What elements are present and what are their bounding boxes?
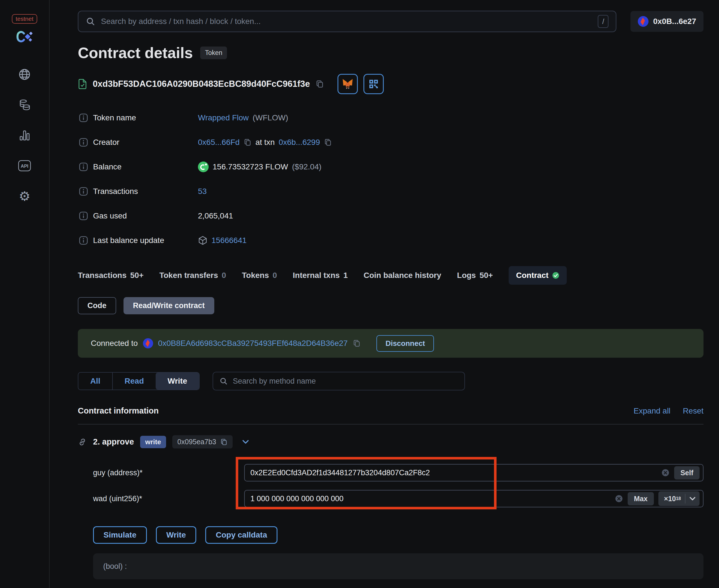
global-search[interactable]: / bbox=[78, 11, 616, 32]
tab-coin-balance-history[interactable]: Coin balance history bbox=[364, 271, 441, 280]
stats-chart-icon[interactable] bbox=[18, 128, 31, 142]
clear-wad-icon[interactable] bbox=[615, 495, 623, 503]
verified-check-icon bbox=[552, 272, 559, 279]
code-tab-button[interactable]: Code bbox=[78, 297, 116, 314]
tab-tokens[interactable]: Tokens0 bbox=[242, 271, 277, 280]
contract-information-title: Contract information bbox=[78, 406, 159, 416]
page-header: Contract details Token bbox=[78, 44, 703, 61]
address-tabs: Transactions50+ Token transfers0 Tokens0… bbox=[78, 266, 703, 285]
expand-all-link[interactable]: Expand all bbox=[634, 406, 671, 416]
info-row-transactions: Transactions 53 bbox=[79, 179, 703, 204]
app-root: testnet bbox=[0, 0, 719, 588]
account-avatar bbox=[638, 16, 649, 27]
contract-info-rows: Token name Wrapped Flow (WFLOW) Creator … bbox=[78, 105, 703, 253]
tokens-coins-icon[interactable] bbox=[18, 98, 31, 112]
info-label: Transactions bbox=[93, 187, 198, 196]
creator-address-link[interactable]: 0x65...66Fd bbox=[198, 138, 240, 147]
info-icon bbox=[79, 236, 93, 245]
multiplier-base: ×10 bbox=[664, 495, 676, 503]
section-divider bbox=[78, 424, 703, 424]
token-name-link[interactable]: Wrapped Flow bbox=[198, 113, 249, 122]
disconnect-button[interactable]: Disconnect bbox=[376, 335, 434, 352]
account-address: 0x0B...6e27 bbox=[653, 17, 696, 26]
method-write-badge: write bbox=[140, 436, 166, 448]
method-approve-row[interactable]: 2. approve write 0x095ea7b3 bbox=[78, 435, 703, 448]
connected-address-link[interactable]: 0x0B8EA6d6983cCBa39275493FEf648a2D64B36e… bbox=[158, 339, 348, 348]
wad-uint256-input[interactable] bbox=[250, 495, 610, 503]
copy-txn-icon[interactable] bbox=[324, 139, 332, 146]
search-icon bbox=[219, 377, 228, 385]
copy-connected-address-icon[interactable] bbox=[353, 339, 361, 347]
method-search-input[interactable] bbox=[233, 377, 458, 385]
add-to-metamask-button[interactable] bbox=[337, 74, 358, 94]
gas-used-value: 2,065,041 bbox=[198, 211, 233, 220]
main-content: / 0x0B...6e27 Contract details Token bbox=[49, 0, 719, 588]
max-button[interactable]: Max bbox=[628, 492, 654, 505]
chip-divider bbox=[685, 494, 685, 503]
filter-read[interactable]: Read bbox=[112, 373, 156, 390]
search-icon bbox=[86, 17, 95, 26]
method-anchor-link-icon[interactable] bbox=[78, 438, 87, 446]
info-label: Token name bbox=[93, 113, 198, 122]
method-fields: guy (address)* Self wad (uint256)* Max bbox=[78, 460, 703, 511]
metamask-fox-icon bbox=[342, 78, 354, 90]
info-icon bbox=[79, 187, 93, 196]
guy-address-field[interactable]: Self bbox=[244, 464, 703, 481]
creation-txn-link[interactable]: 0x6b...6299 bbox=[279, 138, 320, 147]
tab-contract[interactable]: Contract bbox=[509, 266, 567, 285]
collapse-method-chevron-icon[interactable] bbox=[242, 440, 249, 444]
global-search-input[interactable] bbox=[101, 17, 592, 26]
write-button[interactable]: Write bbox=[156, 526, 197, 544]
creator-mid-text: at txn bbox=[255, 138, 275, 147]
method-selector: 0x095ea7b3 bbox=[177, 438, 216, 446]
simulate-button[interactable]: Simulate bbox=[93, 526, 147, 544]
tab-internal-txns[interactable]: Internal txns1 bbox=[293, 271, 348, 280]
wad-uint256-field[interactable]: Max ×1018 bbox=[244, 490, 703, 507]
settings-gear-icon[interactable]: ⚙ bbox=[18, 189, 31, 203]
reset-link[interactable]: Reset bbox=[683, 406, 703, 416]
method-search[interactable] bbox=[212, 372, 465, 391]
filter-write[interactable]: Write bbox=[156, 373, 199, 390]
output-bool-placeholder: (bool) : bbox=[103, 562, 127, 571]
filter-all[interactable]: All bbox=[78, 373, 112, 390]
testnet-badge: testnet bbox=[12, 14, 37, 24]
copy-creator-icon[interactable] bbox=[244, 139, 251, 146]
connected-avatar bbox=[143, 338, 153, 349]
transactions-count-link[interactable]: 53 bbox=[198, 187, 207, 196]
clear-guy-icon[interactable] bbox=[661, 468, 670, 477]
multiplier-chevron-down-icon[interactable] bbox=[690, 497, 696, 501]
tab-transactions[interactable]: Transactions50+ bbox=[78, 271, 144, 280]
network-globe-icon[interactable] bbox=[18, 68, 31, 81]
svg-text:API: API bbox=[21, 164, 28, 169]
sidebar-nav: API ⚙ bbox=[18, 68, 31, 203]
last-balance-block-link[interactable]: 15666641 bbox=[211, 236, 247, 245]
guy-address-input[interactable] bbox=[250, 468, 657, 477]
self-button[interactable]: Self bbox=[674, 466, 700, 480]
info-icon bbox=[79, 113, 93, 122]
method-filter-row: All Read Write bbox=[78, 372, 703, 391]
field-label-guy: guy (address)* bbox=[78, 468, 244, 477]
balance-usd: ($92.04) bbox=[292, 162, 322, 171]
info-row-token-name: Token name Wrapped Flow (WFLOW) bbox=[79, 105, 703, 130]
info-icon bbox=[79, 211, 93, 220]
info-label: Balance bbox=[93, 162, 198, 171]
contract-address-row: 0xd3bF53DAC106A0290B0483EcBC89d40FcC961f… bbox=[78, 74, 703, 94]
method-name: 2. approve bbox=[93, 437, 134, 446]
token-type-badge: Token bbox=[200, 46, 227, 59]
info-row-creator: Creator 0x65...66Fd at txn 0x6b...6299 bbox=[79, 130, 703, 154]
multiplier-dropdown[interactable]: ×1018 bbox=[658, 491, 700, 506]
api-docs-icon[interactable]: API bbox=[18, 159, 31, 172]
read-write-contract-tab-button[interactable]: Read/Write contract bbox=[123, 297, 214, 314]
account-button[interactable]: 0x0B...6e27 bbox=[631, 11, 703, 32]
copy-address-icon[interactable] bbox=[315, 80, 324, 88]
method-type-segmented-control: All Read Write bbox=[78, 372, 200, 390]
qr-code-button[interactable] bbox=[364, 74, 384, 94]
copy-selector-icon[interactable] bbox=[220, 438, 228, 446]
method-selector-chip: 0x095ea7b3 bbox=[172, 435, 233, 448]
verified-contract-icon bbox=[78, 78, 87, 90]
connected-prefix: Connected to bbox=[91, 339, 138, 348]
copy-calldata-button[interactable]: Copy calldata bbox=[205, 526, 278, 544]
tab-logs[interactable]: Logs50+ bbox=[457, 271, 493, 280]
tab-token-transfers[interactable]: Token transfers0 bbox=[159, 271, 226, 280]
app-logo-icon[interactable] bbox=[16, 30, 34, 44]
